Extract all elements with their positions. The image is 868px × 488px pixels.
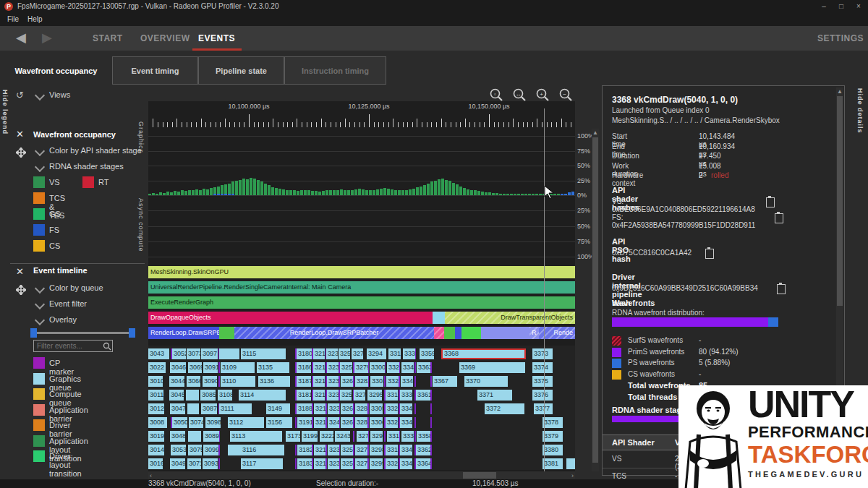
event-box[interactable]: 3219 <box>314 417 326 428</box>
undo-icon[interactable]: ↺ <box>16 90 24 100</box>
event-box[interactable]: 3108 <box>218 390 232 401</box>
event-box[interactable]: 3047 <box>170 403 185 414</box>
event-box[interactable]: 3085 <box>200 390 216 401</box>
tab-wavefront-occupancy[interactable]: Wavefront occupancy <box>0 56 112 85</box>
nav-start[interactable]: START <box>93 33 123 43</box>
timeline-segment[interactable]: UniversalRenderPipeline.RenderSingleCame… <box>148 281 575 294</box>
event-box[interactable]: 3135 <box>257 362 289 373</box>
timeline-plot[interactable]: 10,100.000 µs10,125.000 µs10,150.000 µs … <box>148 101 575 471</box>
maximize-icon[interactable]: □ <box>836 1 846 12</box>
wavefront-section-close-icon[interactable]: ✕ <box>16 129 24 140</box>
event-box[interactable]: 3071 <box>187 458 201 469</box>
event-box[interactable] <box>187 403 199 414</box>
event-box[interactable]: 3252 <box>339 348 350 359</box>
event-box[interactable]: 3358 <box>417 431 430 442</box>
event-box[interactable]: 3234 <box>328 445 339 455</box>
event-box[interactable]: 3069 <box>188 362 202 373</box>
event-box[interactable]: 3362 <box>416 445 430 455</box>
event-box[interactable]: 3283 <box>355 403 367 414</box>
event-box[interactable]: 3014 <box>148 445 164 455</box>
event-box[interactable]: 3321 <box>387 362 399 373</box>
event-box[interactable]: 3320 <box>386 458 398 469</box>
event-box[interactable]: 3349 <box>400 417 412 428</box>
event-box[interactable]: 3110 <box>221 376 255 387</box>
event-box[interactable]: 3359 <box>420 348 434 359</box>
event-box[interactable]: 3294 <box>367 348 386 359</box>
event-box[interactable]: 3313 <box>387 431 399 442</box>
nav-overview[interactable]: OVERVIEW <box>140 33 190 43</box>
event-box[interactable]: 3317 <box>386 390 398 401</box>
timeline-segment[interactable] <box>444 327 455 339</box>
close-icon[interactable]: × <box>854 1 864 12</box>
event-box[interactable]: 3099 <box>203 445 218 455</box>
event-box[interactable]: 3270 <box>357 431 368 442</box>
timeline-segment[interactable]: MeshSkinning.SkinOnGPU <box>148 266 575 278</box>
hide-legend-label[interactable]: Hide legend <box>1 90 9 134</box>
zoom-in-icon[interactable]: + <box>535 87 550 102</box>
event-box[interactable]: 3239 <box>328 403 339 414</box>
event-box[interactable]: 3199 <box>302 431 318 442</box>
event-box[interactable]: 3376 <box>532 390 553 401</box>
event-box[interactable]: 3282 <box>355 376 368 387</box>
event-box[interactable]: 3073 <box>187 348 200 359</box>
event-box[interactable]: 3087 <box>201 403 217 414</box>
copy-to-clipboard-icon[interactable] <box>766 197 775 207</box>
occupancy-scrollbar-thumb[interactable] <box>592 137 598 463</box>
event-box[interactable]: 3113 <box>230 431 282 442</box>
wavefront-section-move-icon[interactable] <box>16 147 26 160</box>
event-box[interactable]: 3045 <box>169 390 184 401</box>
event-box[interactable]: 3089 <box>203 431 219 442</box>
event-box[interactable]: 3066 <box>187 376 200 387</box>
timeline-segment[interactable]: DrawTransparentObjects <box>445 312 575 324</box>
views-label[interactable]: Views <box>49 90 70 99</box>
tab-event-timing[interactable]: Event timing <box>112 56 198 85</box>
timeline-segment[interactable] <box>455 327 461 339</box>
details-scrollbar-thumb[interactable] <box>837 96 843 306</box>
event-box[interactable]: 3303 <box>370 376 383 387</box>
event-box[interactable]: 3273 <box>352 348 363 359</box>
occupancy-scrollbar[interactable]: ▲ <box>592 129 599 471</box>
event-filter-chevron-down-icon[interactable] <box>35 299 45 309</box>
event-box[interactable]: 3361 <box>416 390 430 401</box>
event-box[interactable]: 3186 <box>297 362 311 373</box>
event-box[interactable]: 3222 <box>320 431 333 442</box>
slider-handle-left[interactable] <box>30 328 37 338</box>
event-box[interactable]: 3183 <box>297 458 312 469</box>
event-box[interactable]: 3253 <box>340 390 352 401</box>
event-box[interactable]: 3112 <box>228 417 264 428</box>
event-box[interactable]: 3048 <box>170 431 185 442</box>
event-box[interactable]: 3232 <box>327 390 339 401</box>
views-chevron-down-icon[interactable] <box>35 90 45 100</box>
timeline-segment[interactable]: RenderLoop.DrawSRPBatcher <box>234 327 434 339</box>
overlay-chevron-down-icon[interactable] <box>35 315 45 325</box>
event-box[interactable] <box>219 348 239 359</box>
event-box[interactable]: 3049 <box>170 458 185 469</box>
event-box[interactable]: 3116 <box>241 445 284 455</box>
event-box[interactable]: 3191 <box>297 417 312 428</box>
event-box[interactable] <box>186 390 199 401</box>
timeline-segment[interactable]: R <box>529 327 539 339</box>
event-box[interactable] <box>188 431 201 442</box>
event-box[interactable]: 3375 <box>532 376 553 387</box>
event-box[interactable]: 3326 <box>386 403 398 414</box>
event-box[interactable]: 3255 <box>341 445 353 455</box>
event-box[interactable]: 3274 <box>354 390 365 401</box>
event-box[interactable]: 3235 <box>328 458 339 469</box>
event-box[interactable]: 3277 <box>355 445 367 455</box>
event-box[interactable]: 3340 <box>400 445 412 455</box>
timeline-segment[interactable] <box>433 312 445 324</box>
event-box[interactable]: 3256 <box>341 458 353 469</box>
copy-to-clipboard-icon[interactable] <box>775 213 783 223</box>
event-box[interactable]: 3008 <box>148 417 167 428</box>
event-box[interactable]: 3306 <box>370 417 383 428</box>
timeline-segment[interactable] <box>461 327 481 339</box>
event-box[interactable]: 3378 <box>542 417 563 428</box>
event-box[interactable]: 3380 <box>542 445 563 455</box>
event-box[interactable]: 3011 <box>148 390 163 401</box>
event-filter-label[interactable]: Event filter <box>49 299 87 308</box>
filter-events-input[interactable] <box>33 340 113 352</box>
event-box[interactable]: 3257 <box>340 362 352 373</box>
event-box[interactable]: 3090 <box>203 376 217 387</box>
event-box[interactable]: 3180 <box>297 348 312 359</box>
event-box[interactable]: 3182 <box>297 445 312 455</box>
